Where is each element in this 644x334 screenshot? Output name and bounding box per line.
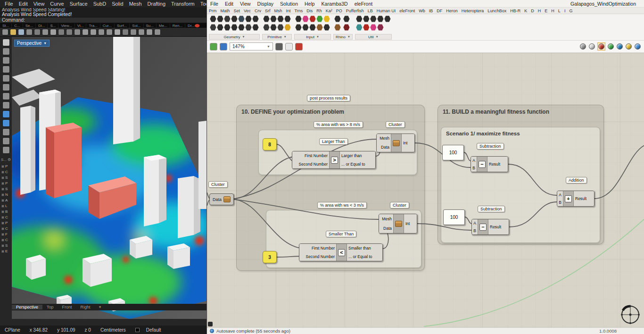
input-a[interactable]: A	[473, 221, 476, 225]
viewport-tab[interactable]: Perspective	[12, 305, 42, 309]
category-tab[interactable]: PO	[334, 8, 344, 13]
toolbar-icon[interactable]	[58, 29, 65, 35]
compass-widget[interactable]	[619, 304, 641, 326]
larger-than-component[interactable]: First Number Second Number > Larger than…	[292, 151, 376, 169]
tool-icon[interactable]	[2, 39, 10, 46]
cluster-component-bottom[interactable]: Mesh Data Int	[379, 214, 417, 234]
toolbar-tab[interactable]: Surf...	[115, 24, 130, 28]
toolbar-icon[interactable]	[10, 29, 17, 35]
component-icon[interactable]	[238, 16, 245, 22]
toolbar-icon[interactable]	[106, 29, 113, 35]
data-cluster-component[interactable]: Data	[209, 193, 234, 205]
category-tab[interactable]: HB-R	[508, 8, 522, 13]
toolbar-icon[interactable]	[98, 29, 105, 35]
component-icon[interactable]	[245, 16, 252, 22]
toolbar-tab[interactable]: Di...	[36, 24, 48, 28]
toolbar-icon[interactable]	[146, 29, 153, 35]
component-icon[interactable]	[277, 24, 284, 31]
tag-addition[interactable]: Addition	[566, 177, 587, 184]
tag-area-lt[interactable]: % area with ws < 3 m/s	[317, 202, 367, 209]
component-icon[interactable]	[263, 24, 270, 31]
input-first-number[interactable]: First Number	[305, 154, 328, 158]
number-slider-3[interactable]: 3	[263, 251, 277, 263]
component-icon[interactable]	[270, 16, 277, 22]
component-icon[interactable]	[302, 16, 309, 22]
component-icon[interactable]	[309, 16, 316, 22]
tool-icon[interactable]	[2, 119, 10, 127]
panel-tab[interactable]: F	[1, 232, 8, 236]
panel-tab[interactable]: S	[1, 175, 8, 180]
palette-group-label[interactable]: Primitive	[267, 35, 282, 39]
perspective-viewport[interactable]: Perspective ▼	[12, 37, 206, 319]
output-result[interactable]: Result	[490, 225, 501, 229]
rhino-menu-item[interactable]: Edit	[16, 1, 31, 7]
component-icon[interactable]	[309, 24, 316, 31]
component-icon[interactable]	[370, 16, 377, 22]
panel-tab[interactable]: A	[1, 198, 8, 202]
category-tab[interactable]: Heron	[444, 8, 460, 13]
component-icon[interactable]	[252, 16, 259, 22]
toolbar-tab[interactable]: S...	[48, 24, 58, 28]
panel-tab[interactable]: B	[1, 209, 8, 214]
display-mode-icon[interactable]	[588, 43, 595, 50]
component-icon[interactable]	[302, 24, 309, 31]
component-icon[interactable]	[356, 16, 363, 22]
toolbar-icon[interactable]	[66, 29, 73, 35]
category-tab[interactable]: Rh	[314, 8, 324, 13]
panel-tab[interactable]: C	[1, 170, 8, 174]
gear-icon[interactable]: ⚙	[8, 158, 11, 162]
category-tab[interactable]: LB	[366, 8, 375, 13]
palette-group-label[interactable]: Input	[306, 35, 314, 39]
gh-menu-item[interactable]: Edit	[222, 1, 237, 7]
rhino-menu-item[interactable]: Drafting	[145, 1, 169, 7]
component-icon[interactable]	[224, 24, 231, 31]
toolbar-icon[interactable]	[26, 29, 33, 35]
toolbar-icon[interactable]	[50, 29, 57, 35]
gh-menu-item[interactable]: File	[207, 1, 222, 7]
tag-cluster-left[interactable]: Cluster	[208, 181, 228, 188]
rhino-menu-item[interactable]: File	[2, 1, 16, 7]
component-icon[interactable]	[323, 24, 330, 31]
component-icon[interactable]	[323, 16, 330, 22]
category-tab[interactable]: DF	[435, 8, 444, 13]
grasshopper-canvas[interactable]: 10. DEFINE your optimization problem 11.…	[207, 53, 644, 327]
toolbar-icon[interactable]	[2, 29, 8, 35]
panel-tab[interactable]: C	[1, 238, 8, 242]
rhino-menu-item[interactable]: Mesh	[126, 1, 145, 7]
input-a[interactable]: A	[559, 193, 561, 197]
toolbar-tab[interactable]: Su...	[144, 24, 157, 28]
panel-tab[interactable]: C	[1, 215, 8, 219]
output-result[interactable]: Result	[489, 162, 500, 167]
category-tab[interactable]: Pufferfish	[344, 8, 366, 13]
zoom-tools-icon[interactable]	[275, 43, 283, 50]
toolbar-tab[interactable]: Tra...	[86, 24, 100, 28]
toolbar-tab[interactable]: St...	[0, 24, 12, 28]
tool-icon[interactable]	[2, 128, 10, 136]
viewport-title-chip[interactable]: Perspective ▼	[14, 40, 50, 47]
component-icon[interactable]	[224, 16, 231, 22]
category-tab[interactable]: LunchBox	[486, 8, 508, 13]
category-tab[interactable]: Vec	[242, 8, 253, 13]
output-result[interactable]: Result	[575, 197, 586, 201]
category-tab[interactable]: Trns	[293, 8, 305, 13]
addition-component[interactable]: A B + Result	[557, 191, 594, 207]
category-tab[interactable]: Srf	[263, 8, 272, 13]
panel-tab[interactable]: S	[1, 187, 8, 191]
component-icon[interactable]	[370, 24, 377, 31]
toolbar-tab[interactable]: Cur...	[100, 24, 115, 28]
category-tab[interactable]: Math	[219, 8, 232, 13]
toolbar-tab[interactable]: Sol...	[130, 24, 143, 28]
toolbar-icon[interactable]	[114, 29, 121, 35]
category-tab[interactable]: H	[536, 8, 543, 13]
component-icon[interactable]	[295, 16, 302, 22]
zoom-select[interactable]: 147% ▼	[230, 42, 273, 50]
category-tab[interactable]: G	[567, 8, 574, 13]
component-icon[interactable]	[210, 16, 216, 22]
gh-menu-item[interactable]: View	[237, 1, 254, 7]
tool-icon[interactable]	[2, 57, 10, 64]
canvas-corner-widget[interactable]	[208, 322, 213, 326]
units-button[interactable]: Centimeters	[96, 327, 131, 333]
gh-menu-item[interactable]: Display	[254, 1, 277, 7]
cluster-component-top[interactable]: Mesh Data Int	[376, 134, 415, 152]
component-icon[interactable]	[217, 24, 223, 31]
